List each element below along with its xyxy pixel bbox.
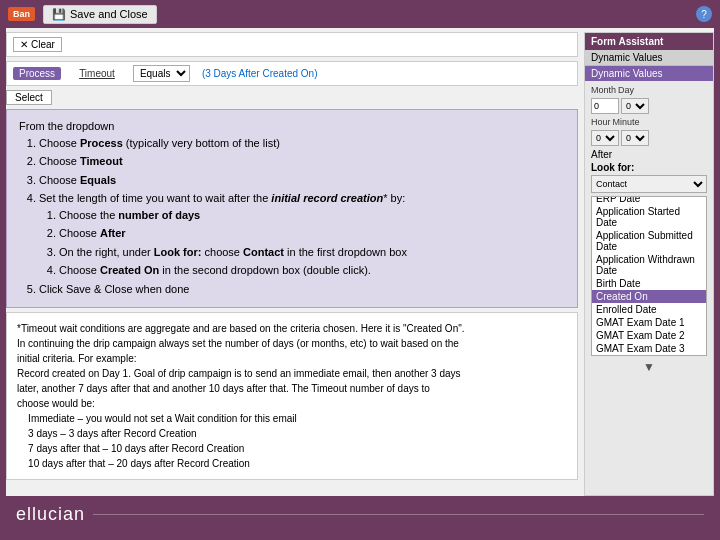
- list-item[interactable]: Enrolled Date: [592, 303, 706, 316]
- note-line-1: *Timeout wait conditions are aggregate a…: [17, 321, 567, 336]
- filter-value: (3 Days After Created On): [202, 68, 318, 79]
- note-line-3: initial criteria. For example:: [17, 351, 567, 366]
- note-line-9: 7 days after that – 10 days after Record…: [17, 441, 567, 456]
- note-line-7: Immediate – you would not set a Wait con…: [17, 411, 567, 426]
- month-input[interactable]: [591, 98, 619, 114]
- note-line-8: 3 days – 3 days after Record Creation: [17, 426, 567, 441]
- list-item[interactable]: Birth Date: [592, 277, 706, 290]
- month-label: Month: [591, 85, 616, 95]
- hour-select[interactable]: 0: [591, 130, 619, 146]
- save-close-button[interactable]: 💾 Save and Close: [43, 5, 157, 24]
- minute-label: Minute: [613, 117, 640, 127]
- dynamic-values-fields: Month Day 0 Hour Minute 0 0: [585, 81, 713, 360]
- hour-label: Hour: [591, 117, 611, 127]
- help-icon[interactable]: ?: [696, 6, 712, 22]
- list-item[interactable]: Application Moved to ERP Date: [592, 196, 706, 205]
- left-panel: ✕ Clear Process Timeout Equals (3 Days A…: [6, 28, 578, 496]
- filter-tag: Process: [13, 67, 61, 80]
- timeout-field[interactable]: Timeout: [79, 68, 115, 79]
- select-button[interactable]: Select: [6, 90, 52, 105]
- note-box: *Timeout wait conditions are aggregate a…: [6, 312, 578, 480]
- day-label: Day: [618, 85, 634, 95]
- step-2: Choose Timeout: [39, 153, 565, 170]
- month-day-inputs: 0: [591, 98, 707, 114]
- right-panel: Form Assistant Dynamic Values Dynamic Va…: [584, 32, 714, 496]
- step-4: Set the length of time you want to wait …: [39, 190, 565, 279]
- scroll-down-arrow[interactable]: ▼: [585, 360, 713, 374]
- clear-button[interactable]: ✕ Clear: [13, 37, 62, 52]
- hour-minute-row: Hour Minute: [591, 117, 707, 127]
- list-item[interactable]: GMAT Exam Date 3: [592, 342, 706, 355]
- note-line-5: later, another 7 days after that and ano…: [17, 381, 567, 396]
- list-item[interactable]: Application Started Date: [592, 205, 706, 229]
- dynamic-values-section-label: Dynamic Values: [585, 50, 713, 66]
- substep-4: Choose Created On in the second dropdown…: [59, 262, 565, 279]
- list-item[interactable]: Created On: [592, 290, 706, 303]
- instruction-intro: From the dropdown: [19, 118, 565, 135]
- save-icon: 💾: [52, 8, 66, 21]
- after-label: After: [591, 149, 707, 160]
- substep-2: Choose After: [59, 225, 565, 242]
- substeps: Choose the number of days Choose After O…: [39, 207, 565, 279]
- app-logo: Ban: [8, 7, 35, 21]
- list-item[interactable]: GMAT Exam Date 1: [592, 316, 706, 329]
- list-item[interactable]: GMAT Exam Date 2: [592, 329, 706, 342]
- list-box[interactable]: ACT Exam Date 2ACT Exam Date 3ACT Math S…: [591, 196, 707, 356]
- clear-icon: ✕: [20, 39, 28, 50]
- note-line-10: 10 days after that – 20 days after Recor…: [17, 456, 567, 471]
- instruction-box: From the dropdown Choose Process (typica…: [6, 109, 578, 308]
- main-content: ✕ Clear Process Timeout Equals (3 Days A…: [6, 28, 714, 496]
- panel-title: Form Assistant: [585, 33, 713, 50]
- footer: ellucian: [0, 496, 720, 532]
- footer-divider: [93, 514, 704, 515]
- substep-3: On the right, under Look for: choose Con…: [59, 244, 565, 261]
- filter-row: Process Timeout Equals (3 Days After Cre…: [6, 61, 578, 86]
- ellucian-logo: ellucian: [16, 504, 85, 525]
- look-for-label: Look for:: [591, 162, 707, 173]
- list-item[interactable]: Application Withdrawn Date: [592, 253, 706, 277]
- instruction-steps: Choose Process (typically very bottom of…: [19, 135, 565, 298]
- note-line-4: Record created on Day 1. Goal of drip ca…: [17, 366, 567, 381]
- hour-minute-inputs: 0 0: [591, 130, 707, 146]
- note-line-2: In continuing the drip campaign always s…: [17, 336, 567, 351]
- dynamic-values-title: Dynamic Values: [585, 66, 713, 81]
- look-for-select[interactable]: Contact: [591, 175, 707, 193]
- list-item[interactable]: Application Submitted Date: [592, 229, 706, 253]
- filter-bar: ✕ Clear: [6, 32, 578, 57]
- minute-select[interactable]: 0: [621, 130, 649, 146]
- step-1: Choose Process (typically very bottom of…: [39, 135, 565, 152]
- day-select[interactable]: 0: [621, 98, 649, 114]
- step-3: Choose Equals: [39, 172, 565, 189]
- equals-select[interactable]: Equals: [133, 65, 190, 82]
- month-day-row: Month Day: [591, 85, 707, 95]
- substep-1: Choose the number of days: [59, 207, 565, 224]
- note-line-6: choose would be:: [17, 396, 567, 411]
- step-5: Click Save & Close when done: [39, 281, 565, 298]
- top-bar: Ban 💾 Save and Close ?: [0, 0, 720, 28]
